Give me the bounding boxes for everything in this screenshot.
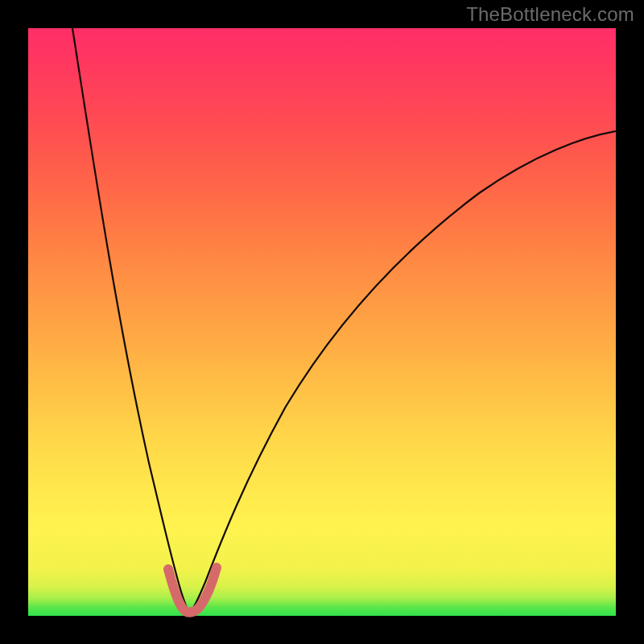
watermark-text: TheBottleneck.com [466,3,634,26]
curve-layer [28,28,616,616]
chart-frame: TheBottleneck.com [0,0,644,644]
plot-area [28,28,616,616]
bottleneck-curve [72,28,616,613]
